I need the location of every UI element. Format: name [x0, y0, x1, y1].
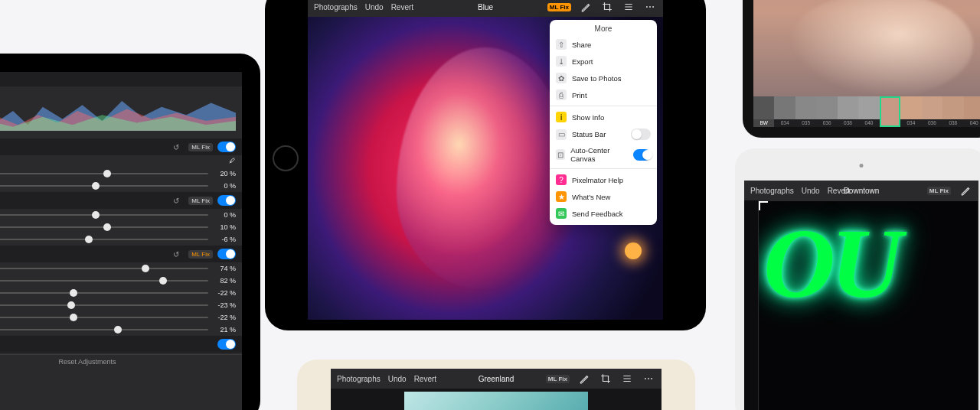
- more-icon[interactable]: [642, 372, 655, 386]
- filter-thumb[interactable]: 036: [922, 96, 942, 127]
- auto-center-toggle[interactable]: [633, 149, 651, 161]
- filter-thumbnails: BW034035036038040034036038040: [753, 96, 980, 127]
- mlfix-chip[interactable]: ML Fix: [188, 197, 213, 205]
- white-balance-toggle[interactable]: [217, 142, 236, 152]
- highlights-slider[interactable]: Highlights82 %: [0, 275, 242, 287]
- feedback-item[interactable]: ✉Send Feedback: [550, 205, 657, 222]
- popover-title: More: [550, 20, 657, 36]
- export-item[interactable]: ⤓Export: [550, 53, 657, 70]
- adjust-icon[interactable]: [620, 372, 634, 386]
- lightness-toggle[interactable]: [217, 249, 236, 259]
- back-button[interactable]: Photographs: [750, 187, 794, 195]
- feedback-icon: ✉: [556, 208, 567, 219]
- filter-thumb[interactable]: [880, 96, 900, 127]
- toolbar: Photographs Undo Revert Downtown ML Fix: [744, 181, 978, 200]
- photos-icon: ✿: [556, 73, 567, 83]
- reset-icon[interactable]: ↺: [173, 197, 179, 205]
- hue-saturation-header[interactable]: Hue & Saturation ↺ ML Fix: [0, 192, 242, 209]
- eyedropper-icon[interactable]: [228, 157, 236, 166]
- hue-saturation-toggle[interactable]: [217, 195, 236, 206]
- filter-thumb[interactable]: 036: [816, 96, 837, 127]
- filter-thumb[interactable]: 040: [858, 96, 879, 127]
- filter-thumb[interactable]: 034: [774, 96, 795, 127]
- mlfix-chip[interactable]: ML Fix: [188, 143, 213, 151]
- contrast-slider[interactable]: Contrast-22 %: [0, 311, 242, 324]
- save-to-photos-item[interactable]: ✿Save to Photos: [550, 70, 657, 86]
- shadows-slider[interactable]: Shadows-22 %: [0, 287, 242, 299]
- export-icon: ⤓: [556, 56, 567, 67]
- retouch-icon[interactable]: [959, 184, 972, 197]
- undo-button[interactable]: Undo: [388, 375, 407, 383]
- ipad-bottom-center: Photographs Undo Revert Greenland ML Fix: [297, 360, 695, 410]
- ipad-center: Photographs Undo Revert Blue ML Fix More…: [265, 0, 706, 330]
- filter-thumb[interactable]: 038: [838, 96, 858, 127]
- mlfix-chip[interactable]: ML Fix: [188, 250, 213, 259]
- adjust-icon[interactable]: [622, 0, 635, 14]
- more-icon[interactable]: [643, 0, 657, 14]
- auto-center-item[interactable]: ⊡Auto-Center Canvas: [550, 143, 657, 166]
- crop-handle[interactable]: [759, 201, 768, 210]
- black-point-slider[interactable]: Black Point21 %: [0, 324, 242, 336]
- vibrance-slider[interactable]: Vibrance-6 %: [0, 233, 242, 246]
- show-info-item[interactable]: iShow Info: [550, 109, 657, 125]
- document-title: Blue: [478, 3, 493, 11]
- photo-preview: [788, 0, 973, 98]
- document-title: Greenland: [479, 375, 514, 383]
- saturation-slider[interactable]: Saturation10 %: [0, 221, 242, 233]
- tint-slider[interactable]: Tint0 %: [0, 180, 242, 192]
- svg-point-5: [651, 378, 652, 379]
- crop-icon[interactable]: [600, 0, 614, 14]
- print-icon: ⎙: [556, 89, 567, 100]
- undo-button[interactable]: Undo: [802, 187, 820, 195]
- share-item[interactable]: ⇧Share: [550, 36, 657, 53]
- undo-button[interactable]: Undo: [365, 3, 384, 11]
- svg-point-3: [645, 378, 646, 379]
- more-popover: More ⇧Share ⤓Export ✿Save to Photos ⎙Pri…: [550, 20, 657, 225]
- retouch-icon[interactable]: [577, 372, 591, 386]
- reset-adjustments-button[interactable]: Reset Adjustments: [0, 354, 242, 366]
- revert-button[interactable]: Revert: [391, 3, 413, 11]
- color-balance-header[interactable]: Color Balance: [0, 336, 242, 353]
- filter-thumb[interactable]: 038: [942, 96, 963, 127]
- lightness-header[interactable]: Lightness ↺ ML Fix: [0, 246, 242, 262]
- ipad-bottom-right: Photographs Undo Revert Downtown ML Fix …: [735, 148, 980, 410]
- mlfix-button[interactable]: ML Fix: [927, 187, 951, 195]
- print-item[interactable]: ⎙Print: [550, 86, 657, 103]
- home-button[interactable]: [273, 145, 299, 171]
- histogram-header: Histogram: [0, 72, 242, 86]
- svg-point-0: [646, 6, 648, 8]
- ipad-left: Histogram White Balance ↺ ML Fix Grey: [0, 54, 260, 410]
- mlfix-button[interactable]: ML Fix: [547, 3, 571, 11]
- filter-thumb[interactable]: 040: [964, 96, 980, 127]
- whats-new-item[interactable]: ★What's New: [550, 188, 657, 205]
- temperature-slider[interactable]: Temperature20 %: [0, 168, 242, 180]
- white-balance-header[interactable]: White Balance ↺ ML Fix: [0, 138, 242, 155]
- exposure-slider[interactable]: Exposure74 %: [0, 262, 242, 275]
- reset-icon[interactable]: ↺: [173, 250, 179, 259]
- info-icon: i: [556, 112, 567, 122]
- status-bar-item[interactable]: ▭Status Bar: [550, 125, 657, 143]
- mlfix-button[interactable]: ML Fix: [546, 375, 570, 383]
- neon-photo: OU: [763, 208, 898, 318]
- photo-canvas[interactable]: OU: [758, 200, 978, 410]
- back-button[interactable]: Photographs: [337, 375, 381, 383]
- filter-bw[interactable]: BW: [753, 96, 774, 127]
- share-icon: ⇧: [556, 39, 567, 50]
- svg-point-2: [652, 6, 654, 8]
- reset-icon[interactable]: ↺: [173, 143, 179, 151]
- photo-canvas[interactable]: [331, 389, 662, 410]
- status-bar-toggle[interactable]: [631, 129, 651, 140]
- color-balance-toggle[interactable]: [217, 339, 236, 350]
- hue-slider[interactable]: Hue0 %: [0, 209, 242, 221]
- grey-picker-row[interactable]: Grey: [0, 155, 242, 168]
- crop-icon[interactable]: [599, 372, 612, 386]
- filter-thumb[interactable]: 034: [900, 96, 921, 127]
- back-button[interactable]: Photographs: [314, 3, 358, 11]
- ipad-top-right: BW034035036038040034036038040: [743, 0, 980, 138]
- retouch-icon[interactable]: [579, 0, 593, 14]
- brightness-slider[interactable]: Brightness-23 %: [0, 299, 242, 311]
- filter-thumb[interactable]: 035: [795, 96, 816, 127]
- revert-button[interactable]: Revert: [414, 375, 436, 383]
- toolbar: Photographs Undo Revert Greenland ML Fix: [331, 369, 662, 389]
- help-item[interactable]: ?Pixelmator Help: [550, 171, 657, 188]
